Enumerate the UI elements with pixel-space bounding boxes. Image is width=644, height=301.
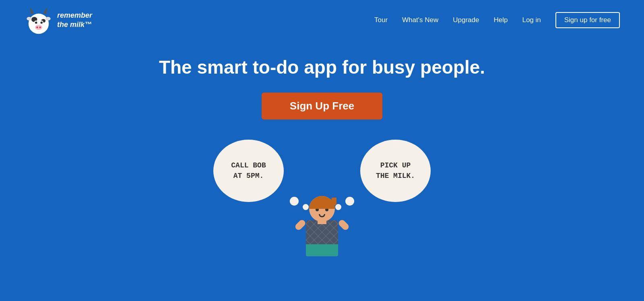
person-hair: [309, 196, 335, 209]
person-arm-left: [294, 219, 306, 231]
hero-headline: The smart to-do app for busy people.: [159, 56, 485, 78]
person-body: [306, 220, 338, 256]
thought-bubble-left-text: CALL BOBAT 5PM.: [231, 161, 266, 181]
signup-cta-button[interactable]: Sign Up Free: [262, 93, 382, 120]
person-hair-side: [332, 198, 336, 206]
header: remember the milk™ Tour What's New Upgra…: [0, 0, 644, 40]
thought-bubble-right: PICK UPTHE MILK.: [360, 140, 431, 202]
nav-help[interactable]: Help: [493, 16, 508, 24]
svg-point-3: [27, 17, 32, 21]
cow-logo-icon: [24, 6, 53, 35]
nav-login[interactable]: Log in: [522, 16, 541, 24]
person-shirt-bottom: [306, 244, 338, 256]
thought-bubble-right-text: PICK UPTHE MILK.: [376, 161, 415, 181]
nav-upgrade[interactable]: Upgrade: [453, 16, 479, 24]
svg-point-11: [39, 27, 41, 29]
person-neck: [318, 219, 326, 224]
nav-signup-button[interactable]: Sign up for free: [555, 12, 620, 28]
nav-tour[interactable]: Tour: [374, 16, 388, 24]
svg-point-4: [45, 17, 51, 21]
svg-point-9: [35, 25, 42, 30]
svg-point-7: [35, 22, 37, 24]
hero-section: The smart to-do app for busy people. Sig…: [0, 40, 644, 276]
logo-area[interactable]: remember the milk™: [24, 6, 92, 35]
person-mouth: [319, 214, 325, 217]
brand-name: remember the milk™: [57, 11, 92, 30]
hero-illustration: CALL BOBAT 5PM. PICK UPTHE MILK.: [201, 132, 443, 276]
nav-whats-new[interactable]: What's New: [402, 16, 438, 24]
thought-bubble-left: CALL BOBAT 5PM.: [213, 140, 284, 202]
person-arm-right: [337, 219, 350, 231]
svg-point-10: [36, 27, 38, 29]
svg-point-8: [41, 22, 43, 24]
main-nav: Tour What's New Upgrade Help Log in Sign…: [374, 12, 620, 28]
svg-point-0: [29, 14, 49, 34]
person-figure: [290, 196, 354, 276]
